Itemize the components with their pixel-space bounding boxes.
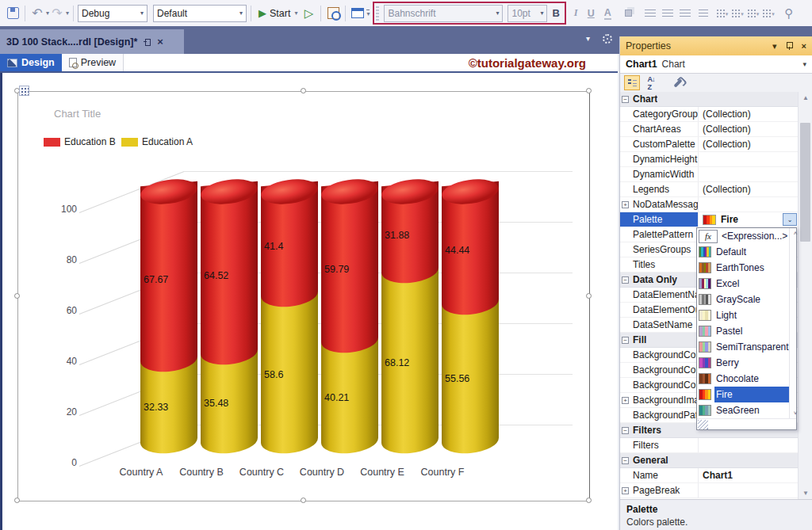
popup-scrollbar[interactable]: ˄ ˅ <box>789 228 796 418</box>
make-same-size-icon[interactable]: ▾ <box>747 9 760 17</box>
expand-icon[interactable]: + <box>622 397 629 404</box>
underline-button[interactable]: U <box>588 8 595 19</box>
selection-handle[interactable] <box>14 293 20 299</box>
palette-option-berry[interactable]: Berry <box>697 355 789 371</box>
properties-title-bar[interactable]: Properties ▾ × <box>620 36 812 55</box>
align-center-icon[interactable] <box>662 10 673 17</box>
align-elements-icon[interactable]: ▾ <box>762 9 775 17</box>
selection-handle[interactable] <box>586 88 592 93</box>
font-family-select[interactable]: Bahnschrift▾ <box>384 5 503 22</box>
save-icon[interactable] <box>5 4 21 23</box>
scroll-up-icon[interactable]: ▲ <box>799 92 812 104</box>
start-without-debug-icon[interactable]: ▷ <box>301 4 316 23</box>
report-data-icon[interactable] <box>325 4 341 23</box>
selection-handle[interactable] <box>14 498 20 503</box>
chart-move-handle[interactable] <box>19 86 29 96</box>
property-row-categorygroups[interactable]: CategoryGroups(Collection) <box>620 107 798 122</box>
collapse-icon[interactable]: − <box>622 276 629 284</box>
alphabetical-sort-icon[interactable]: A↓Z <box>643 75 659 90</box>
undo-icon[interactable]: ↶ <box>29 4 45 23</box>
property-value[interactable]: (Collection) <box>699 184 798 195</box>
redo-dropdown-icon[interactable]: ▾ <box>66 10 69 17</box>
list-icon[interactable] <box>699 10 708 17</box>
pin-tab-icon[interactable] <box>144 38 151 45</box>
align-right-icon[interactable] <box>680 10 691 17</box>
font-size-select[interactable]: 10pt▾ <box>508 5 547 22</box>
align-left-icon[interactable] <box>645 10 656 17</box>
zoom-icon[interactable]: ⚲ <box>781 4 797 23</box>
expand-icon[interactable]: + <box>622 487 629 494</box>
property-row-pagebreak[interactable]: +PageBreak <box>620 483 798 498</box>
property-section-chart[interactable]: −Chart <box>620 92 798 107</box>
property-value[interactable]: (Collection) <box>699 124 798 135</box>
palette-option-fire[interactable]: Fire <box>697 387 789 402</box>
selection-handle[interactable] <box>586 293 592 299</box>
redo-icon[interactable]: ↷ <box>49 4 65 23</box>
popup-scroll-up-icon[interactable]: ˄ <box>790 230 802 237</box>
format-painter-icon[interactable] <box>621 4 637 23</box>
property-row-palette[interactable]: PaletteFire⌄ <box>620 212 798 227</box>
debug-configuration-select[interactable]: Debug▾ <box>78 5 147 22</box>
tab-design[interactable]: Design <box>0 54 62 71</box>
auto-hide-pin-icon[interactable] <box>786 42 793 50</box>
tab-list-chevron-icon[interactable]: ▾ <box>586 34 590 44</box>
palette-option-expression[interactable]: fx<Expression...> <box>697 228 789 244</box>
italic-button[interactable]: I <box>574 7 578 19</box>
object-selector-combo[interactable]: Chart1 Chart ▾ <box>620 55 812 74</box>
close-panel-icon[interactable]: × <box>802 41 806 51</box>
platform-select[interactable]: Default▾ <box>153 5 247 22</box>
window-options-gear-icon[interactable] <box>603 34 612 44</box>
window-position-chevron-icon[interactable]: ▾ <box>772 41 777 51</box>
categorized-view-icon[interactable] <box>624 75 640 90</box>
collapse-icon[interactable]: − <box>622 337 629 344</box>
palette-option-earthtones[interactable]: EarthTones <box>697 260 789 276</box>
property-row-legends[interactable]: Legends(Collection) <box>620 182 798 197</box>
scroll-down-icon[interactable]: ▼ <box>799 487 812 499</box>
palette-option-light[interactable]: Light <box>697 307 789 323</box>
toolbar-overflow-icon[interactable]: ▾ <box>366 10 370 17</box>
palette-option-default[interactable]: Default <box>697 244 789 260</box>
font-color-button[interactable]: A <box>604 7 611 20</box>
horizontal-spacing-icon[interactable]: ▾ <box>716 9 729 17</box>
property-value[interactable]: Chart1 <box>699 470 798 481</box>
popup-scroll-down-icon[interactable]: ˅ <box>790 410 802 417</box>
close-tab-icon[interactable]: × <box>157 36 163 47</box>
palette-option-pastel[interactable]: Pastel <box>697 323 789 339</box>
property-row-chartareas[interactable]: ChartAreas(Collection) <box>620 122 798 137</box>
chart-title-placeholder[interactable]: Chart Title <box>54 108 101 120</box>
vertical-spacing-icon[interactable]: ▾ <box>731 9 744 17</box>
selection-handle[interactable] <box>301 88 306 93</box>
property-row-name[interactable]: NameChart1 <box>620 468 798 483</box>
property-section-general[interactable]: −General <box>620 453 798 468</box>
collapse-icon[interactable]: − <box>622 96 629 103</box>
selection-handle[interactable] <box>586 498 592 503</box>
property-pages-wrench-icon[interactable] <box>670 75 686 90</box>
palette-dropdown-button[interactable]: ⌄ <box>783 213 797 226</box>
properties-scrollbar[interactable]: ▲ ▼ <box>798 92 812 499</box>
tab-preview[interactable]: Preview <box>62 54 124 71</box>
property-value[interactable]: (Collection) <box>699 139 798 150</box>
expand-icon[interactable]: + <box>622 201 629 208</box>
selection-handle[interactable] <box>301 498 306 503</box>
property-row-filters[interactable]: Filters <box>620 438 798 453</box>
palette-option-seagreen[interactable]: SeaGreen <box>697 402 789 418</box>
property-row-dynamicwidth[interactable]: DynamicWidth <box>620 167 798 182</box>
toolbox-window-icon[interactable] <box>350 4 366 23</box>
property-row-custompalette[interactable]: CustomPalette(Collection) <box>620 137 798 152</box>
palette-option-chocolate[interactable]: Chocolate <box>697 371 789 387</box>
popup-resize-grip[interactable] <box>698 420 708 429</box>
bold-button[interactable]: B <box>552 7 559 19</box>
expression-fx-button[interactable]: fx <box>699 230 718 243</box>
palette-option-excel[interactable]: Excel <box>697 276 789 292</box>
palette-option-semitransparent[interactable]: SemiTransparent <box>697 339 789 355</box>
scroll-thumb[interactable] <box>800 123 810 242</box>
toolbar-grip[interactable] <box>376 6 379 21</box>
document-tab[interactable]: 3D 100 Stack....rdl [Design]* × <box>0 29 184 54</box>
collapse-icon[interactable]: − <box>622 457 629 464</box>
property-value[interactable]: (Collection) <box>699 109 798 120</box>
start-debug-button[interactable]: ▶Start▾ <box>259 7 297 19</box>
property-row-dynamicheight[interactable]: DynamicHeight <box>620 152 798 167</box>
collapse-icon[interactable]: − <box>622 427 629 434</box>
report-design-surface[interactable]: Chart TitleEducation BEducation A0204060… <box>0 73 618 530</box>
property-row-nodatamessage[interactable]: +NoDataMessage <box>620 197 798 212</box>
